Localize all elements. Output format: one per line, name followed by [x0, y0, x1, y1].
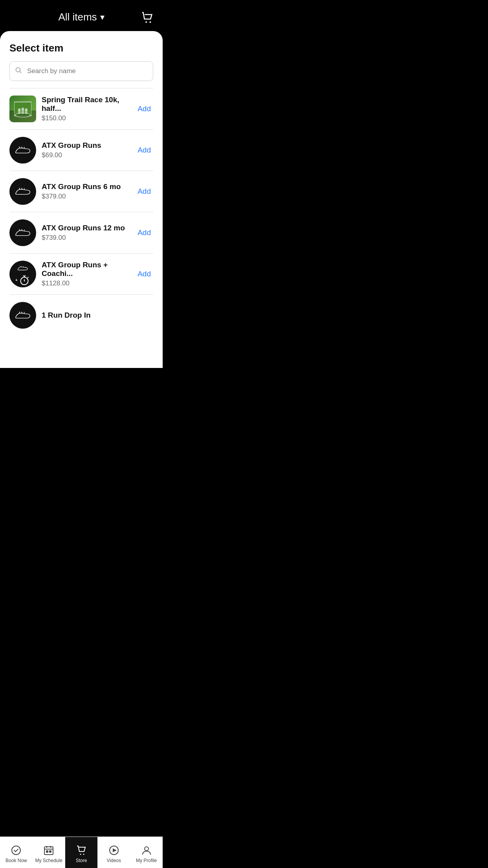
item-name: Spring Trail Race 10k, half...	[42, 96, 130, 113]
item-name: ATX Group Runs + Coachi...	[42, 261, 130, 278]
item-name: ATX Group Runs 6 mo	[42, 182, 130, 191]
search-icon	[15, 67, 22, 76]
item-name: 1 Run Drop In	[42, 311, 153, 320]
section-title: Select item	[9, 42, 153, 54]
svg-rect-13	[25, 110, 27, 114]
race-photo-icon	[14, 100, 31, 118]
item-info: ATX Group Runs + Coachi... $1128.00	[42, 261, 130, 287]
main-card: Select item	[0, 31, 163, 368]
item-thumbnail	[9, 219, 36, 246]
list-item: Spring Trail Race 10k, half... $150.00 A…	[9, 88, 153, 130]
item-price: $69.00	[42, 151, 130, 159]
item-thumbnail	[9, 96, 36, 122]
item-thumbnail	[9, 178, 36, 205]
item-info: Spring Trail Race 10k, half... $150.00	[42, 96, 130, 122]
item-info: 1 Run Drop In	[42, 311, 153, 320]
item-price: $379.00	[42, 193, 130, 200]
dropdown-chevron: ▾	[100, 12, 105, 22]
item-thumbnail: +	[9, 261, 36, 287]
add-button[interactable]: Add	[135, 144, 153, 156]
item-info: ATX Group Runs $69.00	[42, 141, 130, 159]
item-thumbnail	[9, 137, 36, 164]
shoe-combo-icon	[17, 262, 29, 274]
svg-point-2	[16, 68, 20, 72]
shoe-icon	[14, 142, 31, 159]
add-button[interactable]: Add	[135, 186, 153, 197]
add-button[interactable]: Add	[135, 227, 153, 239]
shoe-icon	[14, 307, 31, 324]
svg-rect-12	[22, 110, 24, 114]
list-item: ATX Group Runs 6 mo $379.00 Add	[9, 171, 153, 212]
all-items-label: All items	[58, 11, 97, 23]
item-list: Spring Trail Race 10k, half... $150.00 A…	[9, 88, 153, 333]
list-item: ATX Group Runs $69.00 Add	[9, 130, 153, 171]
list-item: + ATX Group Runs + Coachi... $1128.00	[9, 254, 153, 295]
shoe-icon	[14, 183, 31, 200]
item-info: ATX Group Runs 12 mo $739.00	[42, 224, 130, 242]
search-input[interactable]	[9, 61, 153, 81]
svg-point-1	[150, 21, 151, 23]
header: All items ▾	[0, 0, 163, 31]
cart-icon	[141, 11, 155, 25]
item-info: ATX Group Runs 6 mo $379.00	[42, 182, 130, 200]
item-price: $739.00	[42, 234, 130, 242]
cart-button[interactable]	[141, 11, 155, 27]
item-name: ATX Group Runs	[42, 141, 130, 150]
shoe-icon	[14, 224, 31, 241]
add-button[interactable]: Add	[135, 268, 153, 280]
add-button[interactable]: Add	[135, 103, 153, 115]
svg-line-3	[20, 72, 22, 73]
search-container	[9, 61, 153, 81]
header-title[interactable]: All items ▾	[58, 11, 104, 23]
list-item: 1 Run Drop In	[9, 295, 153, 333]
item-thumbnail	[9, 302, 36, 329]
item-price: $1128.00	[42, 280, 130, 287]
svg-point-0	[145, 21, 147, 23]
list-item: ATX Group Runs 12 mo $739.00 Add	[9, 212, 153, 254]
svg-rect-11	[18, 110, 20, 114]
item-name: ATX Group Runs 12 mo	[42, 224, 130, 232]
item-price: $150.00	[42, 114, 130, 122]
stopwatch-icon	[18, 274, 30, 286]
